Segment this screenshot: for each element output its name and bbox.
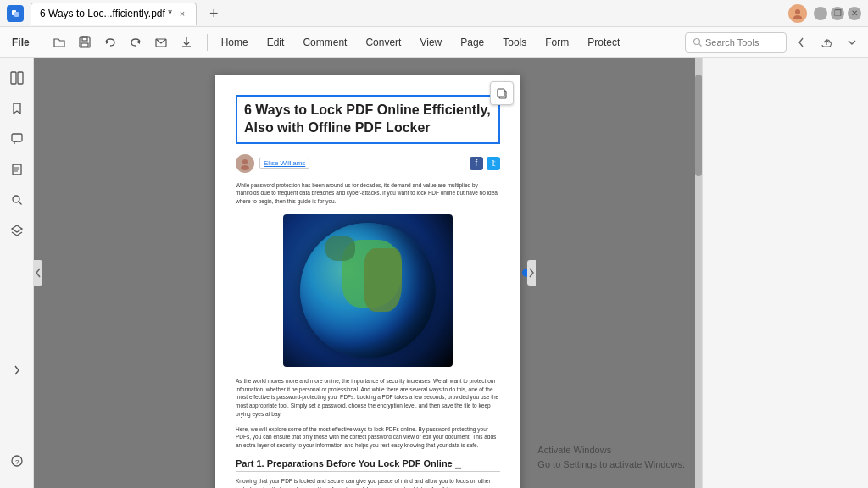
search-input[interactable] xyxy=(705,37,777,47)
earth-sphere xyxy=(300,223,436,358)
tab-close-btn[interactable]: × xyxy=(177,8,187,19)
toolbar-group xyxy=(47,30,198,54)
title-bar: 6 Ways to Loc...fficiently.pdf * × + — ❐… xyxy=(0,0,868,27)
underline-indicator: ▁ xyxy=(455,460,461,469)
scrollbar-thumb[interactable] xyxy=(695,75,702,176)
user-avatar[interactable] xyxy=(788,4,807,23)
help-button[interactable]: ? xyxy=(3,447,31,474)
right-icon-group xyxy=(790,31,863,53)
search-sidebar-icon[interactable] xyxy=(3,186,31,214)
earth-image xyxy=(283,214,453,367)
window-controls: — ❐ ✕ xyxy=(814,7,861,20)
panel-toggle-left-btn[interactable] xyxy=(34,260,42,286)
svg-line-22 xyxy=(19,202,22,205)
svg-text:?: ? xyxy=(15,458,19,466)
edit-menu[interactable]: Edit xyxy=(259,33,293,52)
separator-1 xyxy=(42,34,42,51)
svg-point-21 xyxy=(13,196,19,202)
svg-rect-6 xyxy=(82,37,87,41)
upload-cloud-icon[interactable] xyxy=(815,31,837,53)
protect-menu[interactable]: Protect xyxy=(579,33,628,52)
file-menu[interactable]: File xyxy=(5,33,36,52)
intro-content: While password protection has been aroun… xyxy=(236,182,498,205)
svg-marker-8 xyxy=(106,40,109,44)
download-icon[interactable] xyxy=(175,30,198,54)
separator-2 xyxy=(207,34,208,51)
copy-button[interactable] xyxy=(490,81,514,105)
active-tab[interactable]: 6 Ways to Loc...fficiently.pdf * × xyxy=(31,3,197,25)
app-icon xyxy=(7,5,24,22)
africa-continent xyxy=(364,248,402,312)
activate-line1: Activate Windows xyxy=(537,443,685,458)
activate-windows-notice: Activate Windows Go to Settings to activ… xyxy=(537,443,685,471)
tools-menu[interactable]: Tools xyxy=(494,33,535,52)
author-avatar xyxy=(236,154,254,173)
body-text-2: Here, we will explore some of the most e… xyxy=(236,425,500,450)
svg-line-13 xyxy=(699,44,702,47)
layers-icon[interactable] xyxy=(3,217,31,244)
intro-text: While password protection has been aroun… xyxy=(236,181,500,206)
form-menu[interactable]: Form xyxy=(537,33,577,52)
bookmark-icon[interactable] xyxy=(3,95,31,122)
main-area: ? ⊕ 6 Ways to Lock PDF Online Efficientl… xyxy=(0,58,868,488)
nav-back-icon[interactable] xyxy=(790,31,812,53)
svg-point-29 xyxy=(241,165,249,170)
undo-icon[interactable] xyxy=(98,30,122,54)
author-name[interactable]: Elise Williams xyxy=(259,158,309,169)
svg-rect-27 xyxy=(498,89,504,97)
page-menu[interactable]: Page xyxy=(452,33,492,52)
svg-marker-23 xyxy=(12,225,22,232)
author-info: Elise Williams xyxy=(236,154,309,173)
minimize-button[interactable]: — xyxy=(814,7,827,20)
page-thumbnail-icon[interactable] xyxy=(3,156,31,183)
pdf-page: 6 Ways to Lock PDF Online Efficiently, A… xyxy=(215,75,520,488)
save-icon[interactable] xyxy=(73,30,97,54)
envelope-icon[interactable] xyxy=(149,30,173,54)
left-sidebar: ? xyxy=(0,58,34,488)
body-text-1: As the world moves more and more online,… xyxy=(236,377,500,419)
svg-rect-16 xyxy=(12,134,22,141)
svg-point-28 xyxy=(242,159,248,164)
right-sidebar xyxy=(702,58,868,488)
svg-rect-2 xyxy=(14,12,19,17)
europe-continent xyxy=(326,236,355,261)
part1-heading-text: Part 1. Preparations Before You Lock PDF… xyxy=(236,458,453,469)
author-row: Elise Williams f 𝕥 xyxy=(236,154,500,173)
menu-bar: File Home Edit Comment Convert View Page… xyxy=(0,27,868,58)
home-menu[interactable]: Home xyxy=(213,33,257,52)
svg-rect-7 xyxy=(81,43,88,47)
tab-title: 6 Ways to Loc...fficiently.pdf * xyxy=(40,8,172,19)
social-icons: f 𝕥 xyxy=(470,157,500,170)
comment-sidebar-icon[interactable] xyxy=(3,125,31,152)
view-menu[interactable]: View xyxy=(411,33,450,52)
restore-button[interactable]: ❐ xyxy=(831,7,844,20)
sidebar-collapse-btn[interactable] xyxy=(3,357,31,384)
redo-icon[interactable] xyxy=(124,30,147,54)
open-icon[interactable] xyxy=(47,30,71,54)
twitter-icon[interactable]: 𝕥 xyxy=(487,157,500,170)
chevron-down-icon[interactable] xyxy=(841,31,863,53)
sidebar-panels-icon[interactable] xyxy=(3,64,31,92)
svg-rect-14 xyxy=(11,72,16,84)
comment-menu[interactable]: Comment xyxy=(294,33,355,52)
svg-point-3 xyxy=(795,9,800,14)
new-tab-button[interactable]: + xyxy=(202,2,225,25)
search-box xyxy=(685,32,787,53)
svg-marker-9 xyxy=(136,40,140,44)
panel-toggle-right-btn[interactable] xyxy=(527,260,536,286)
svg-rect-15 xyxy=(18,72,23,84)
search-icon xyxy=(693,37,702,47)
search-tools xyxy=(685,31,863,53)
svg-point-4 xyxy=(793,15,802,19)
tab-bar: 6 Ways to Loc...fficiently.pdf * × + xyxy=(31,2,788,25)
facebook-icon[interactable]: f xyxy=(470,157,483,170)
part1-text: Knowing that your PDF is locked and secu… xyxy=(236,477,500,488)
convert-menu[interactable]: Convert xyxy=(357,33,409,52)
part1-heading: Part 1. Preparations Before You Lock PDF… xyxy=(236,458,500,472)
activate-line2: Go to Settings to activate Windows. xyxy=(537,458,685,472)
pdf-area: ⊕ 6 Ways to Lock PDF Online Efficiently,… xyxy=(34,58,702,488)
pdf-document-title: 6 Ways to Lock PDF Online Efficiently, A… xyxy=(236,95,500,144)
close-button[interactable]: ✕ xyxy=(848,7,861,20)
svg-point-12 xyxy=(694,39,700,45)
pdf-scrollbar[interactable] xyxy=(695,58,702,488)
